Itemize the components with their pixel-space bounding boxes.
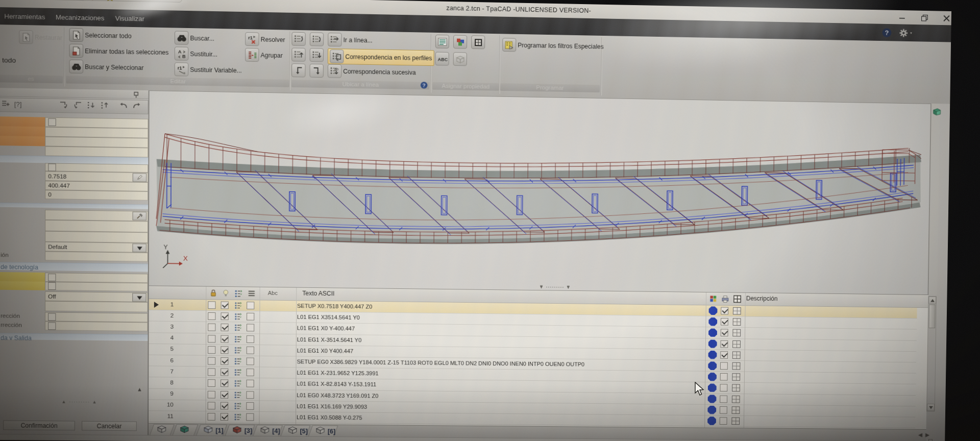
checkbox[interactable] (48, 313, 56, 321)
grid-cell-icon[interactable] (732, 395, 740, 403)
property-value[interactable] (45, 220, 148, 233)
row-checkbox-2[interactable] (221, 312, 229, 320)
table-splitter-handle[interactable]: ▼ ········· ▼ (539, 284, 571, 290)
menu-herramientas[interactable]: Herramientas (4, 7, 45, 26)
resolve-button[interactable]: r1Resolver (245, 32, 285, 46)
group-button[interactable]: Agrupar (245, 48, 283, 62)
save-icon[interactable] (77, 0, 85, 3)
special-filters-button[interactable]: Programar los filtros Especiales (502, 38, 604, 53)
color-octagon-icon[interactable] (709, 306, 718, 315)
desc-checkbox[interactable] (721, 318, 728, 326)
view-tab-icon0[interactable] (150, 424, 175, 435)
export-icon[interactable] (72, 101, 83, 110)
row-checkbox-3[interactable] (247, 324, 254, 332)
match-up-button[interactable] (291, 47, 305, 61)
color-octagon-icon[interactable] (708, 373, 717, 381)
desc-checkbox[interactable] (720, 395, 727, 403)
row-checkbox-1[interactable] (208, 413, 215, 421)
row-checkbox-3[interactable] (247, 313, 254, 321)
dropdown-button[interactable] (132, 293, 146, 302)
star-icon[interactable] (106, 0, 114, 3)
scroll-left-icon[interactable]: ◀ (918, 432, 922, 439)
view-tab-[3][interactable]: [3] (225, 425, 255, 436)
grid-icon[interactable] (733, 295, 742, 305)
desc-checkbox[interactable] (721, 329, 728, 337)
maximize-button[interactable] (916, 12, 933, 24)
row-checkbox-2[interactable] (220, 413, 228, 421)
replace-variable-button[interactable]: r1Sustituir Variable... (175, 62, 242, 77)
row-checkbox-1[interactable] (208, 379, 215, 387)
row-checkbox-2[interactable] (220, 391, 228, 399)
color-octagon-icon[interactable] (707, 406, 716, 414)
row-checkbox-3[interactable] (246, 391, 254, 399)
desc-checkbox[interactable] (720, 406, 727, 414)
layers-icon[interactable] (234, 324, 242, 333)
checkbox[interactable] (48, 282, 56, 290)
color-fields-button[interactable] (453, 35, 467, 49)
row-checkbox-2[interactable] (220, 324, 228, 331)
branch-left-button[interactable] (291, 63, 305, 77)
row-checkbox-2[interactable] (220, 380, 228, 387)
row-checkbox-2[interactable] (221, 302, 229, 309)
scroll-thumb[interactable] (928, 304, 935, 328)
view-tab-[4][interactable]: [4] (253, 425, 283, 436)
row-checkbox-1[interactable] (208, 369, 215, 376)
property-value[interactable] (45, 301, 148, 312)
tools-red-icon[interactable] (91, 0, 100, 3)
row-checkbox-1[interactable] (208, 357, 215, 365)
desc-checkbox[interactable] (720, 362, 728, 370)
layers-icon[interactable] (233, 368, 241, 377)
close-button[interactable] (938, 12, 955, 24)
confirmación-button[interactable]: Confirmación (3, 421, 75, 431)
row-checkbox-2[interactable] (220, 335, 228, 342)
lock-icon[interactable] (209, 289, 217, 299)
color-octagon-icon[interactable] (708, 329, 717, 337)
goto-prev-button[interactable] (310, 32, 324, 46)
checkbox[interactable] (48, 322, 56, 330)
tech-lines-button[interactable] (435, 35, 449, 48)
grid-cell-icon[interactable] (733, 307, 741, 315)
clear-selection-button[interactable]: Eliminar todas las selecciones (69, 44, 168, 59)
menu-mecanizaciones[interactable]: Mecanizaciones (56, 8, 105, 27)
row-checkbox-1[interactable] (208, 346, 215, 354)
scroll-up-button[interactable] (928, 297, 936, 304)
property-value[interactable]: Default (45, 241, 148, 252)
branch-right-button[interactable] (310, 64, 324, 78)
desc-checkbox[interactable] (720, 340, 728, 348)
property-value[interactable] (45, 210, 148, 222)
checkbox[interactable] (48, 274, 56, 281)
cube-faces-button[interactable] (453, 52, 467, 66)
layers-icon[interactable] (234, 289, 242, 299)
abc-button[interactable]: ABC (435, 52, 449, 66)
binoculars-button[interactable]: Buscar... (175, 31, 214, 45)
row-checkbox-1[interactable] (208, 301, 215, 309)
grid-cell-icon[interactable] (732, 406, 740, 414)
help-icon[interactable]: ? (882, 28, 892, 40)
scroll-right-icon[interactable]: ▶ (925, 432, 929, 439)
grid-cell-icon[interactable] (732, 340, 741, 348)
layers-icon[interactable] (233, 357, 241, 366)
grid-cell-icon[interactable] (731, 418, 740, 425)
grid-cell-icon[interactable] (732, 329, 741, 337)
layers-icon[interactable] (234, 312, 242, 322)
help-badge-icon[interactable]: ? (420, 81, 428, 91)
row-checkbox-2[interactable] (220, 369, 228, 376)
list-add-icon[interactable] (1, 100, 10, 108)
redo-curve-icon[interactable] (132, 102, 143, 110)
text-column-header[interactable]: Texto ASCII (302, 290, 334, 298)
collapse-arrow-icon[interactable]: ▲ (137, 386, 142, 393)
row-checkbox-3[interactable] (246, 413, 254, 421)
list-down-icon[interactable] (87, 101, 96, 109)
checkbox[interactable] (48, 163, 56, 171)
color-octagon-icon[interactable] (708, 351, 717, 359)
restore-button[interactable]: Restaurar (19, 30, 62, 45)
replace-ab-button[interactable]: ABSustituir... (175, 46, 217, 61)
view-tab-[6][interactable]: [6] (308, 425, 338, 436)
row-checkbox-1[interactable] (208, 324, 215, 331)
row-checkbox-3[interactable] (246, 402, 254, 410)
row-checkbox-3[interactable] (247, 347, 254, 354)
match-next-button[interactable]: abCorrespondencia sucesiva (328, 64, 416, 80)
row-checkbox-3[interactable] (247, 335, 254, 343)
desc-checkbox[interactable] (720, 384, 727, 392)
pin-icon[interactable] (133, 91, 139, 101)
